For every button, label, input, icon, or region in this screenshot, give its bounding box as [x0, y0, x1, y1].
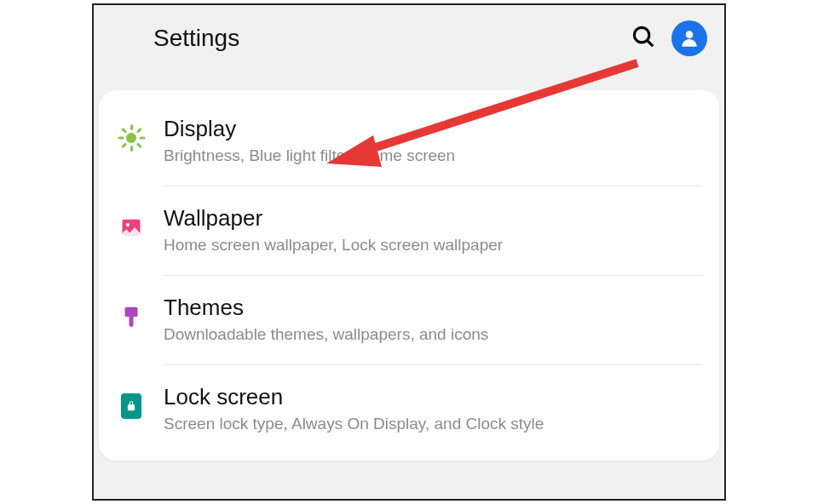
settings-screen: Settings: [92, 3, 726, 501]
wallpaper-icon: [111, 207, 152, 248]
svg-point-4: [126, 223, 130, 226]
lock-screen-icon: [111, 386, 152, 427]
settings-item-wallpaper[interactable]: Wallpaper Home screen wallpaper, Lock sc…: [99, 186, 719, 275]
svg-rect-5: [125, 307, 138, 317]
svg-point-0: [634, 27, 649, 43]
item-title: Wallpaper: [164, 205, 699, 232]
header-actions: [631, 20, 707, 56]
display-icon: [111, 117, 152, 158]
item-subtitle: Home screen wallpaper, Lock screen wallp…: [164, 235, 699, 256]
settings-item-themes[interactable]: Themes Downloadable themes, wallpapers, …: [99, 276, 719, 364]
profile-avatar[interactable]: [671, 20, 707, 56]
item-subtitle: Screen lock type, Always On Display, and…: [164, 414, 699, 435]
item-text: Themes Downloadable themes, wallpapers, …: [164, 295, 699, 346]
svg-line-1: [648, 41, 653, 46]
page-title: Settings: [153, 25, 631, 52]
item-title: Display: [164, 116, 699, 142]
svg-point-2: [686, 31, 694, 38]
header: Settings: [94, 5, 724, 90]
item-text: Display Brightness, Blue light filter, H…: [164, 116, 699, 167]
item-title: Themes: [164, 295, 699, 321]
settings-item-display[interactable]: Display Brightness, Blue light filter, H…: [99, 97, 719, 186]
settings-item-lock-screen[interactable]: Lock screen Screen lock type, Always On …: [99, 365, 719, 454]
item-text: Lock screen Screen lock type, Always On …: [164, 384, 699, 435]
item-subtitle: Brightness, Blue light filter, Home scre…: [164, 146, 699, 167]
settings-list: Display Brightness, Blue light filter, H…: [99, 90, 719, 461]
themes-icon: [111, 296, 152, 337]
svg-rect-6: [130, 317, 134, 321]
item-subtitle: Downloadable themes, wallpapers, and ico…: [164, 324, 699, 346]
item-title: Lock screen: [164, 384, 699, 410]
item-text: Wallpaper Home screen wallpaper, Lock sc…: [164, 205, 699, 256]
search-icon[interactable]: [631, 24, 656, 53]
